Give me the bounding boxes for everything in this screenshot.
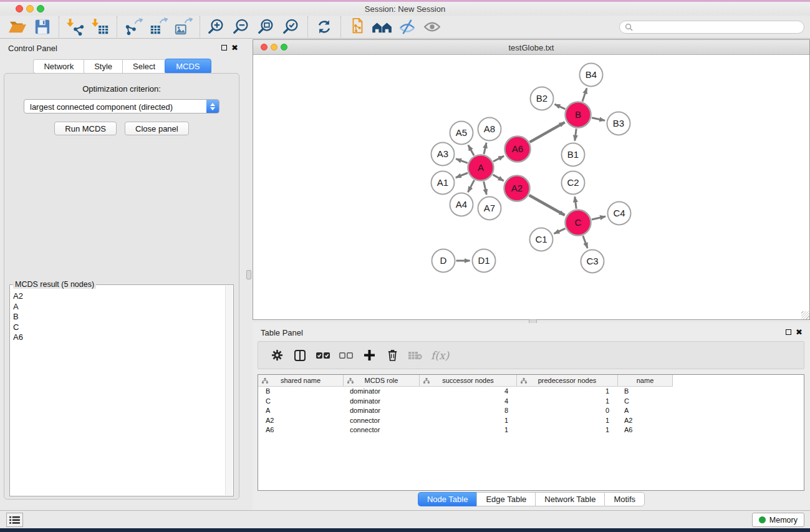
result-node-a6[interactable]: A6: [11, 332, 225, 343]
apply-function-icon[interactable]: f(x): [431, 349, 449, 362]
table-cell[interactable]: B: [618, 387, 673, 397]
edge-A-A3[interactable]: [456, 159, 468, 163]
table-cell[interactable]: C: [618, 397, 673, 407]
delete-column-icon[interactable]: [383, 346, 401, 365]
settings-gear-icon[interactable]: [268, 346, 286, 365]
result-scrollbar[interactable]: [225, 286, 233, 495]
result-node-c[interactable]: C: [11, 322, 225, 333]
tab-mcds[interactable]: MCDS: [165, 59, 211, 74]
edge-B-B2[interactable]: [555, 104, 566, 109]
open-session-icon[interactable]: [5, 16, 30, 37]
result-node-a[interactable]: A: [11, 302, 225, 312]
close-panel-button[interactable]: Close panel: [125, 122, 189, 135]
table-cell[interactable]: C: [258, 397, 344, 407]
column-header-predecessor-nodes[interactable]: predecessor nodes: [517, 375, 618, 387]
tab-style[interactable]: Style: [84, 59, 122, 74]
home-icon[interactable]: [370, 16, 395, 37]
import-network-icon[interactable]: [63, 16, 88, 37]
edge-A-A4[interactable]: [468, 180, 474, 192]
edge-A-A1[interactable]: [456, 173, 468, 178]
export-network-icon[interactable]: [121, 16, 146, 37]
result-node-a2[interactable]: A2: [11, 291, 225, 302]
optimization-criterion-select[interactable]: largest connected component (directed): [24, 99, 219, 114]
export-image-icon[interactable]: [171, 16, 196, 37]
tab-network[interactable]: Network: [33, 59, 84, 74]
edge-B-B1[interactable]: [575, 128, 576, 140]
tab-node-table[interactable]: Node Table: [418, 492, 477, 506]
network-canvas[interactable]: AA1A2A3A4A5A6A7A8BB1B2B3B4CC1C2C3C4DD1: [253, 56, 809, 319]
delete-table-icon[interactable]: [407, 346, 424, 365]
table-row[interactable]: A2connector11A2: [258, 416, 804, 426]
table-row[interactable]: Adominator80A: [258, 406, 804, 416]
table-cell[interactable]: 4: [420, 397, 517, 407]
edge-A2-C[interactable]: [529, 195, 565, 215]
table-cell[interactable]: 1: [420, 416, 517, 426]
memory-button[interactable]: Memory: [752, 513, 804, 527]
edge-C-C1[interactable]: [554, 228, 565, 233]
edge-C-C4[interactable]: [592, 216, 605, 220]
table-cell[interactable]: 4: [420, 387, 517, 397]
table-cell[interactable]: A: [258, 406, 344, 416]
tab-network-table[interactable]: Network Table: [535, 492, 604, 506]
table-cell[interactable]: A: [618, 406, 673, 416]
table-cell[interactable]: dominator: [344, 387, 420, 397]
table-cell[interactable]: 8: [420, 406, 517, 416]
tab-select[interactable]: Select: [122, 59, 165, 74]
zoom-in-icon[interactable]: [204, 16, 229, 37]
table-cell[interactable]: A2: [258, 416, 344, 426]
table-cell[interactable]: A6: [618, 425, 673, 435]
float-panel-icon[interactable]: [786, 329, 791, 335]
edge-A-A7[interactable]: [484, 181, 487, 195]
refresh-icon[interactable]: [312, 16, 337, 37]
edge-A6-B[interactable]: [530, 122, 565, 142]
vertical-split-divider[interactable]: [244, 39, 253, 510]
table-cell[interactable]: A2: [618, 416, 673, 426]
float-panel-icon[interactable]: [221, 45, 227, 51]
edge-A-A2[interactable]: [493, 175, 504, 181]
table-cell[interactable]: dominator: [344, 397, 420, 407]
table-cell[interactable]: 1: [517, 387, 618, 397]
table-row[interactable]: A6connector11A6: [258, 425, 804, 435]
search-box[interactable]: [619, 21, 804, 34]
select-all-icon[interactable]: [314, 346, 332, 365]
zoom-selected-icon[interactable]: [279, 16, 304, 37]
table-cell[interactable]: A6: [258, 425, 344, 435]
table-cell[interactable]: connector: [344, 425, 420, 435]
network-window-titlebar[interactable]: testGlobe.txt: [253, 40, 809, 55]
save-session-icon[interactable]: [30, 16, 55, 37]
run-mcds-button[interactable]: Run MCDS: [54, 122, 117, 135]
close-panel-icon[interactable]: ✖: [796, 327, 803, 337]
column-visibility-icon[interactable]: [291, 346, 309, 365]
edge-A-A8[interactable]: [484, 143, 486, 154]
column-header-mcds-role[interactable]: MCDS role: [344, 375, 420, 387]
graphics-details-icon[interactable]: [395, 16, 420, 37]
edge-B-B3[interactable]: [592, 118, 605, 121]
column-header-name[interactable]: name: [618, 375, 673, 387]
table-cell[interactable]: 1: [517, 416, 618, 426]
table-cell[interactable]: 1: [420, 425, 517, 435]
export-table-icon[interactable]: [146, 16, 171, 37]
edge-A-A6[interactable]: [493, 156, 504, 162]
edge-B-B4[interactable]: [582, 88, 587, 101]
search-input[interactable]: [636, 22, 799, 32]
edge-C-C3[interactable]: [583, 236, 587, 248]
table-cell[interactable]: 1: [517, 425, 618, 435]
task-history-button[interactable]: [6, 513, 23, 527]
import-table-icon[interactable]: [88, 16, 113, 37]
edge-C-C2[interactable]: [575, 196, 576, 208]
window-resize-grip[interactable]: [801, 311, 809, 319]
tab-edge-table[interactable]: Edge Table: [476, 492, 535, 506]
close-panel-icon[interactable]: ✖: [231, 43, 238, 52]
duplicate-network-icon[interactable]: [345, 16, 370, 37]
table-cell[interactable]: connector: [344, 416, 420, 426]
result-node-b[interactable]: B: [11, 312, 225, 322]
add-column-icon[interactable]: [360, 346, 378, 365]
table-cell[interactable]: dominator: [344, 406, 420, 416]
edge-A-A5[interactable]: [468, 145, 474, 156]
zoom-fit-icon[interactable]: [254, 16, 279, 37]
tab-motifs[interactable]: Motifs: [604, 492, 645, 506]
divider-handle[interactable]: [246, 270, 251, 279]
column-header-successor-nodes[interactable]: successor nodes: [420, 375, 517, 387]
table-cell[interactable]: 0: [517, 406, 618, 416]
eye-icon[interactable]: [420, 16, 445, 37]
